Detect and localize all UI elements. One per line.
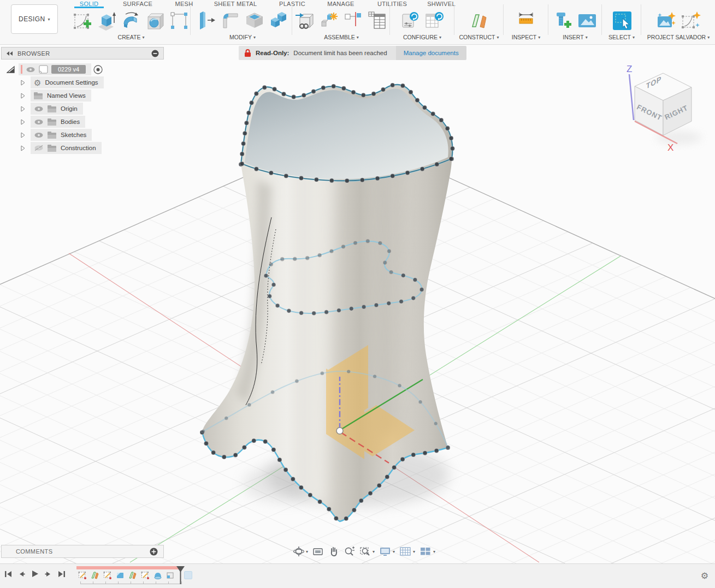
select-dropdown[interactable]: SELECT▾ [608,34,635,40]
tab-sheet-metal[interactable]: SHEET METAL [214,1,257,7]
timeline-sketch-icon[interactable] [140,571,150,580]
insert-image-icon[interactable] [576,10,598,32]
eye-icon[interactable] [34,106,44,112]
disclosure-icon[interactable] [21,106,25,112]
eye-icon[interactable] [34,119,44,125]
timeline-suppressed-feature[interactable] [184,571,192,579]
eye-icon[interactable] [34,132,44,138]
configure-dropdown[interactable]: CONFIGURE▾ [403,34,441,40]
orbit-button[interactable]: ▾ [293,545,308,557]
timeline-sketch-icon[interactable] [103,571,113,580]
browser-header: BROWSER [1,47,164,60]
ai-image-icon[interactable] [655,10,677,32]
tab-manage[interactable]: MANAGE [327,1,354,7]
create-sketch-icon[interactable] [72,10,94,32]
manage-documents-link[interactable]: Manage documents [404,50,459,56]
tab-surface[interactable]: SURFACE [123,1,152,7]
combine-icon[interactable] [268,10,289,32]
timeline-construction-plane-icon[interactable] [128,571,138,580]
timeline-settings-gear[interactable]: ⚙ [701,571,708,581]
pan-button[interactable] [328,545,340,557]
bill-of-materials-icon[interactable] [367,10,388,32]
tab-plastic[interactable]: PLASTIC [279,1,305,7]
timeline-construction-plane-icon[interactable] [90,571,100,580]
ai-sketch-icon[interactable] [679,10,701,32]
grid-icon [399,545,412,557]
project-salvador-dropdown[interactable]: PROJECT SALVADOR▾ [647,34,710,40]
collapse-tree-icon[interactable] [151,50,159,57]
comments-bar[interactable]: COMMENTS [1,545,164,558]
construct-dropdown[interactable]: CONSTRUCT▾ [459,34,499,40]
measure-icon[interactable] [515,10,537,32]
zoom-button[interactable] [344,545,356,557]
eye-off-icon[interactable] [34,145,44,151]
step-forward-button[interactable] [45,571,52,578]
disclosure-icon[interactable] [21,80,25,86]
navigation-toolbar: ▾ ▾ [293,544,435,559]
modify-dropdown[interactable]: MODIFY▾ [229,34,256,40]
select-icon[interactable] [611,10,633,32]
fillet-icon[interactable] [220,10,241,32]
go-to-end-button[interactable] [58,571,66,578]
assemble-dropdown[interactable]: ASSEMBLE▾ [324,34,359,40]
tab-shwivel[interactable]: SHWIVEL [427,1,456,7]
new-component-icon[interactable] [294,10,316,32]
timeline-surface-patch-icon[interactable] [115,571,125,580]
disclosure-icon[interactable] [21,119,25,125]
joint-icon[interactable] [318,10,340,32]
eye-icon[interactable] [26,67,36,73]
play-button[interactable] [31,570,39,578]
gear-icon: ⚙ [34,79,41,87]
origin-point[interactable] [336,427,343,434]
configuration-icon[interactable] [399,10,421,32]
construction-plane-icon[interactable] [468,10,490,32]
root-marker-bar [21,65,22,74]
insert-dropdown[interactable]: INSERT▾ [563,34,587,40]
configuration-table-icon[interactable] [423,10,445,32]
rectangular-pattern-icon[interactable] [168,10,190,32]
browser-root-row[interactable]: 0229 v4 [1,63,164,76]
shell-icon[interactable] [244,10,265,32]
document-name-chip[interactable]: 0229 v4 [51,65,86,74]
browser-item-document-settings[interactable]: ⚙ Document Settings [1,76,164,89]
joint-origin-icon[interactable] [342,10,364,32]
pan-icon [328,545,340,557]
create-dropdown[interactable]: CREATE▾ [118,34,145,40]
fit-button[interactable]: ▾ [359,545,375,557]
tab-utilities[interactable]: UTILITIES [377,1,407,7]
go-to-start-button[interactable] [4,571,12,578]
browser-item-construction[interactable]: Construction [1,141,164,155]
browser-item-sketches[interactable]: Sketches [1,128,164,141]
activate-radio-icon[interactable] [93,65,103,74]
insert-fastener-icon[interactable] [552,10,574,32]
group-assemble: ASSEMBLE▾ [295,9,388,43]
zoom-icon [344,545,356,557]
browser-item-named-views[interactable]: Named Views [1,89,164,102]
browser-item-bodies[interactable]: Bodies [1,115,164,128]
disclosure-icon[interactable] [21,93,25,99]
step-back-button[interactable] [18,571,25,578]
look-at-button[interactable] [312,545,324,557]
hole-icon[interactable] [144,10,166,32]
timeline-playback [4,570,66,578]
browser-item-origin[interactable]: Origin [1,102,164,115]
extrude-icon[interactable] [96,10,118,32]
revolve-icon[interactable] [120,10,142,32]
root-expand-icon[interactable] [7,66,15,74]
press-pull-icon[interactable] [196,10,217,32]
add-comment-icon[interactable] [150,548,158,556]
design-menu-button[interactable]: DESIGN ▾ [11,4,58,34]
grid-settings-button[interactable]: ▾ [399,545,415,557]
collapse-panel-icon[interactable] [6,51,13,56]
disclosure-icon[interactable] [21,145,25,151]
timeline-boundary-fill-icon[interactable] [166,571,175,580]
timeline-loft-icon[interactable] [153,571,163,580]
display-settings-button[interactable]: ▾ [379,545,395,557]
disclosure-icon[interactable] [21,132,25,138]
viewports-button[interactable]: ▾ [419,545,435,557]
viewcube[interactable]: TOP FRONT RIGHT Z X [614,60,713,158]
timeline-sketch-icon[interactable] [78,571,87,580]
document-icon [39,65,48,74]
timeline-track[interactable] [80,584,182,584]
inspect-dropdown[interactable]: INSPECT▾ [512,34,541,40]
